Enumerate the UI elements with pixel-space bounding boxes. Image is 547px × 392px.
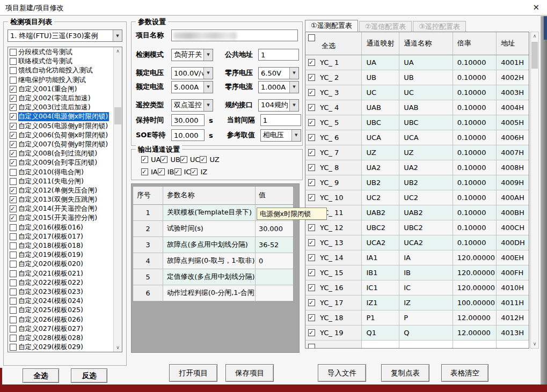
checkbox-icon[interactable] <box>180 156 187 163</box>
row-checkbox[interactable] <box>308 179 315 186</box>
checkbox-icon[interactable] <box>174 168 181 175</box>
list-item[interactable]: 自定义006(负荷侧x时限闭锁) <box>9 131 113 140</box>
checkbox-icon[interactable] <box>10 49 17 56</box>
telemetry-table-row[interactable]: YC_ 19 Q1 Q 12.00000 4013H <box>305 326 529 341</box>
zero-voltage-select[interactable]: 6.50V ▼ <box>258 67 299 79</box>
scrollbar-thumb[interactable] <box>114 107 121 124</box>
checkbox-icon[interactable] <box>10 150 17 157</box>
checkbox-icon[interactable] <box>10 252 17 258</box>
telemetry-table-row[interactable]: YC_ 15 IB1 IB 120.00000 400FH <box>305 265 529 280</box>
project-name-input[interactable] <box>171 29 298 41</box>
channel-checkbox[interactable]: UB <box>161 156 180 164</box>
checkbox-icon[interactable] <box>10 316 17 323</box>
checkbox-icon[interactable] <box>200 156 207 163</box>
open-project-button[interactable]: 打开项目 <box>169 364 217 382</box>
list-item[interactable]: 自定义014(开关遥控合闸) <box>9 204 113 213</box>
list-item[interactable]: 自定义022(模板022) <box>9 278 113 287</box>
list-item[interactable]: 自定义010(得电合闸) <box>9 167 113 176</box>
clear-table-button[interactable]: 表格清空 <box>441 364 488 382</box>
checkbox-icon[interactable] <box>10 261 17 268</box>
checkbox-icon[interactable] <box>158 168 165 175</box>
checkbox-icon[interactable] <box>10 113 17 120</box>
list-item[interactable]: 联络模式信号测试 <box>9 57 113 66</box>
list-item[interactable]: 自定义016(模板016) <box>9 223 113 232</box>
telemetry-table-row[interactable]: YC_ 10 UC2 UC2 0.10000 400AH <box>305 190 529 205</box>
list-item[interactable]: 自定义027(模板027) <box>9 324 113 334</box>
copy-point-table-button[interactable]: 复制点表 <box>381 364 429 382</box>
row-checkbox[interactable] <box>308 149 315 156</box>
checkbox-icon[interactable] <box>10 132 17 139</box>
protocol-select[interactable]: 104规约 ▼ <box>258 99 299 112</box>
scroll-up-icon[interactable]: ∧ <box>114 47 122 55</box>
list-item[interactable]: 自定义004(电源侧x时限闭锁) <box>9 112 113 121</box>
checkbox-icon[interactable] <box>10 196 17 203</box>
list-item[interactable]: 自定义013(双侧失压跳闸) <box>9 195 113 204</box>
telemetry-table-row[interactable]: YC_ 17 IZ1 IZ 100.00000 4011H <box>305 295 529 310</box>
list-item[interactable]: 继电保护功能投入测试 <box>9 76 113 85</box>
row-checkbox[interactable] <box>308 104 315 111</box>
checkbox-icon[interactable] <box>10 279 17 286</box>
list-item[interactable]: 自定义029(模板029) <box>9 343 113 351</box>
list-item[interactable]: 自定义002(零流后加速) <box>9 94 113 103</box>
checkbox-icon[interactable] <box>10 67 17 74</box>
telemetry-table-row[interactable]: YC_ 14 IA1 IA 120.00000 400EH <box>305 250 529 265</box>
row-checkbox[interactable] <box>308 269 315 276</box>
soe-wait-input[interactable]: 10.000 <box>171 129 205 141</box>
telemetry-table-row[interactable]: YC_ 5 UBC UBC 0.10000 4005H <box>305 115 529 130</box>
chevron-down-icon[interactable]: ▼ <box>203 82 213 93</box>
checkbox-icon[interactable] <box>10 242 17 249</box>
checkbox-icon[interactable] <box>10 307 17 314</box>
list-item[interactable]: 分段模式信号测试 <box>9 48 113 57</box>
checkbox-icon[interactable] <box>191 168 198 175</box>
list-item[interactable]: 自定义020(模板020) <box>9 260 113 269</box>
list-item[interactable]: 自定义019(模板019) <box>9 250 113 260</box>
scroll-down-icon[interactable]: ∨ <box>531 340 538 348</box>
row-checkbox[interactable] <box>308 119 315 126</box>
row-checkbox[interactable] <box>308 164 315 171</box>
row-checkbox[interactable] <box>308 329 315 336</box>
telemetry-table-row[interactable]: YC_ 7 UZ UZ 0.10000 4007H <box>305 145 529 160</box>
list-item[interactable]: 自定义028(模板028) <box>9 334 113 343</box>
scrollbar-thumb[interactable] <box>531 42 538 69</box>
telemetry-table-row[interactable]: YC_ 11 UAB2 UAB2 0.10000 400BH <box>305 205 529 220</box>
list-item[interactable]: 自定义018(模板018) <box>9 241 113 250</box>
param-table-row[interactable]: 6 动作过程判据(0-分闸,1-合闸) <box>133 285 293 301</box>
scroll-down-icon[interactable]: ∨ <box>114 344 122 352</box>
list-item[interactable]: 自定义024(模板024) <box>9 297 113 306</box>
chevron-down-icon[interactable]: ▼ <box>203 68 213 79</box>
channel-checkbox[interactable]: UC <box>180 156 200 164</box>
checkbox-icon[interactable] <box>161 156 167 163</box>
telemetry-table-row[interactable]: YC_ 12 UBC2 UBC2 0.10000 400CH <box>305 220 529 235</box>
import-file-button[interactable]: 导入文件 <box>318 364 366 382</box>
row-checkbox[interactable] <box>308 299 315 306</box>
param-table-row[interactable]: 5 定值修改(多点用中划线分隔) <box>133 269 293 285</box>
row-checkbox[interactable] <box>308 284 315 291</box>
ref-value-select[interactable]: 相电压 ▼ <box>260 129 301 142</box>
telemetry-table-row[interactable]: YC_ 1 UA UA 0.10000 4001H <box>305 55 529 70</box>
list-item[interactable]: 自定义021(模板021) <box>9 269 113 278</box>
remote-type-select[interactable]: 双点遥控 ▼ <box>171 99 213 112</box>
invert-select-button[interactable]: 反选 <box>71 368 107 383</box>
row-checkbox[interactable] <box>308 314 315 321</box>
telemetry-table-row[interactable]: YC_ 2 UB UB 0.10000 4002H <box>305 70 529 85</box>
save-project-button[interactable]: 保存项目 <box>225 364 274 382</box>
row-checkbox[interactable] <box>308 134 315 141</box>
chevron-down-icon[interactable]: ▼ <box>291 130 301 141</box>
row-checkbox[interactable] <box>308 59 315 66</box>
checkbox-icon[interactable] <box>10 58 17 65</box>
telemetry-table-row[interactable]: YC_ 4 UAB UAB 0.10000 4004H <box>305 100 529 115</box>
scroll-up-icon[interactable]: ∧ <box>531 32 538 40</box>
checkbox-icon[interactable] <box>141 168 148 175</box>
checkbox-icon[interactable] <box>10 104 17 111</box>
telemetry-table-row[interactable]: YC_ 16 IC1 IC 120.00000 4010H <box>305 280 529 295</box>
config-tab[interactable]: ①遥测配置表 <box>305 20 358 32</box>
config-tab[interactable]: ③遥控配置表 <box>413 21 466 32</box>
checkbox-icon[interactable] <box>10 178 17 185</box>
checkbox-icon[interactable] <box>10 233 17 240</box>
checkbox-icon[interactable] <box>141 156 148 163</box>
config-tab[interactable]: ②遥信配置表 <box>359 21 412 32</box>
checkbox-icon[interactable] <box>10 86 17 93</box>
list-item[interactable]: 自定义009(合到零压闭锁) <box>9 158 113 167</box>
channel-checkbox[interactable]: UZ <box>200 156 219 164</box>
hold-time-input[interactable]: 30.000 <box>171 114 205 126</box>
